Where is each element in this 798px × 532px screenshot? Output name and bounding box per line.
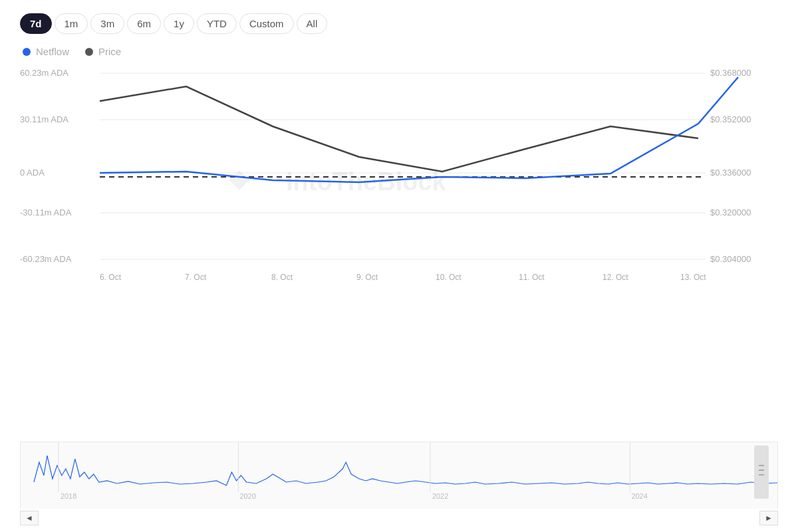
y-label-4: -60.23m ADA xyxy=(20,254,72,264)
time-btn-7d[interactable]: 7d xyxy=(20,13,52,34)
y-label-0: 60.23m ADA xyxy=(20,68,68,78)
legend-netflow: Netflow xyxy=(23,46,69,57)
time-btn-ytd[interactable]: YTD xyxy=(197,13,237,34)
mini-chart-svg: 2018 2020 2022 2024 xyxy=(21,442,777,509)
nav-right-arrow[interactable]: ► xyxy=(759,511,778,525)
time-btn-1m[interactable]: 1m xyxy=(55,13,88,34)
x-label-7: 13. Oct xyxy=(680,273,706,282)
x-label-4: 10. Oct xyxy=(436,273,462,282)
price-dot xyxy=(85,48,93,56)
x-label-0: 6. Oct xyxy=(100,273,122,282)
page-container: 7d1m3m6m1yYTDCustomAll Netflow Price 60.… xyxy=(0,0,798,532)
x-label-2: 8. Oct xyxy=(271,273,293,282)
scroll-handle[interactable] xyxy=(754,446,769,499)
netflow-line xyxy=(100,77,738,182)
time-btn-1y[interactable]: 1y xyxy=(164,13,194,34)
price-line xyxy=(100,86,698,172)
y-label-3: -30.11m ADA xyxy=(20,207,72,217)
time-btn-all[interactable]: All xyxy=(297,13,328,34)
nav-left-arrow[interactable]: ◄ xyxy=(20,511,39,525)
x-label-3: 9. Oct xyxy=(356,273,378,282)
mini-year-2018: 2018 xyxy=(61,492,76,500)
mini-bg xyxy=(21,442,777,509)
yr-label-2: $0.336000 xyxy=(710,168,751,178)
yr-label-3: $0.320000 xyxy=(710,207,751,217)
mini-year-2022: 2022 xyxy=(432,492,448,500)
mini-year-2020: 2020 xyxy=(239,492,255,500)
main-chart-svg: 60.23m ADA 30.11m ADA 0 ADA -30.11m ADA … xyxy=(20,64,778,290)
mini-year-2024: 2024 xyxy=(631,492,647,500)
time-btn-6m[interactable]: 6m xyxy=(127,13,161,34)
time-btn-custom[interactable]: Custom xyxy=(239,13,294,34)
yr-label-4: $0.304000 xyxy=(710,254,751,264)
chart-legend: Netflow Price xyxy=(20,46,778,57)
x-label-6: 12. Oct xyxy=(602,273,628,282)
mini-chart[interactable]: 2018 2020 2022 2024 xyxy=(20,442,778,508)
legend-price: Price xyxy=(85,46,121,57)
netflow-dot xyxy=(23,48,31,56)
time-range-selector: 7d1m3m6m1yYTDCustomAll xyxy=(20,13,778,34)
price-label: Price xyxy=(98,46,121,57)
x-label-1: 7. Oct xyxy=(185,273,207,282)
x-label-5: 11. Oct xyxy=(519,273,545,282)
nav-arrows: ◄ ► xyxy=(20,511,778,525)
y-label-2: 0 ADA xyxy=(20,168,45,178)
netflow-label: Netflow xyxy=(36,46,69,57)
yr-label-1: $0.352000 xyxy=(710,114,751,124)
time-btn-3m[interactable]: 3m xyxy=(90,13,124,34)
chart-wrapper: 60.23m ADA 30.11m ADA 0 ADA -30.11m ADA … xyxy=(20,64,778,525)
yr-label-0: $0.368000 xyxy=(710,68,751,78)
main-chart: 60.23m ADA 30.11m ADA 0 ADA -30.11m ADA … xyxy=(20,64,778,438)
y-label-1: 30.11m ADA xyxy=(20,114,68,124)
